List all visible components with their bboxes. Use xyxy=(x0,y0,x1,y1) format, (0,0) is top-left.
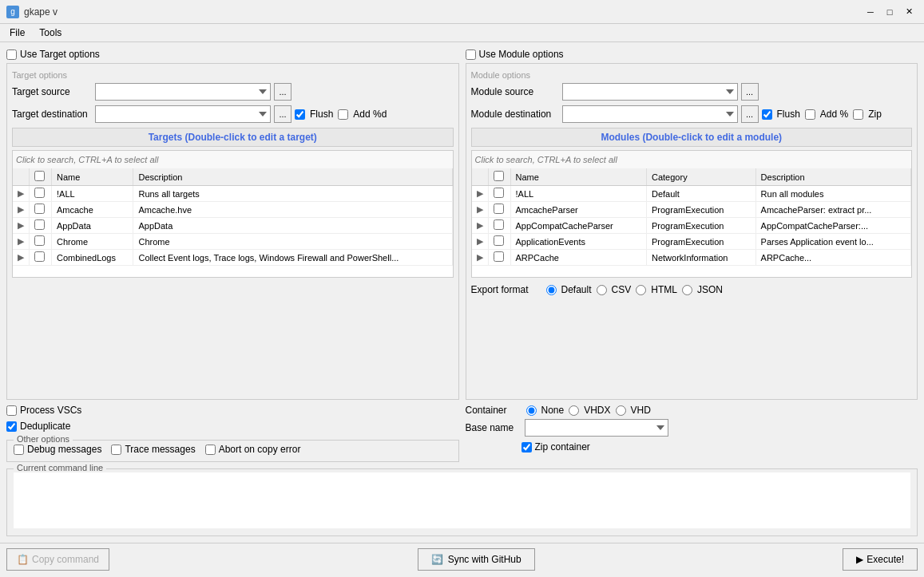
row-check[interactable] xyxy=(488,234,510,250)
deduplicate-checkbox[interactable] xyxy=(6,421,17,432)
row-category: Default xyxy=(647,186,756,202)
container-vhd-radio[interactable] xyxy=(616,405,626,416)
row-check[interactable] xyxy=(30,186,52,202)
col-desc-header: Description xyxy=(133,168,452,186)
table-row[interactable]: ▶ ApplicationEvents ProgramExecution Par… xyxy=(472,234,911,250)
module-addpct-label[interactable]: Add % xyxy=(820,109,848,120)
zip-container-label[interactable]: Zip container xyxy=(535,441,590,453)
module-zip-label[interactable]: Zip xyxy=(868,109,882,120)
row-check[interactable] xyxy=(488,218,510,234)
table-row[interactable]: ▶ AmcacheParser ProgramExecution Amcache… xyxy=(472,202,911,218)
module-destination-input[interactable] xyxy=(562,105,738,123)
debug-messages-checkbox[interactable] xyxy=(14,445,24,455)
module-source-browse[interactable]: ... xyxy=(741,83,759,101)
use-target-checkbox[interactable] xyxy=(6,49,17,60)
row-check[interactable] xyxy=(488,250,510,266)
container-vhdx-label[interactable]: VHDX xyxy=(584,405,610,416)
abort-copy-error-label[interactable]: Abort on copy error xyxy=(219,444,301,455)
table-row[interactable]: ▶ !ALL Default Run all modules xyxy=(472,186,911,202)
export-csv-label[interactable]: CSV xyxy=(612,284,632,295)
use-module-checkbox[interactable] xyxy=(466,49,476,60)
row-expand[interactable]: ▶ xyxy=(472,218,489,234)
table-row[interactable]: ▶ Amcache Amcache.hve xyxy=(13,202,452,218)
maximize-button[interactable]: □ xyxy=(881,4,898,20)
target-flush-checkbox[interactable] xyxy=(295,109,305,120)
deduplicate-label[interactable]: Deduplicate xyxy=(20,421,70,432)
row-expand[interactable]: ▶ xyxy=(13,218,30,234)
row-expand[interactable]: ▶ xyxy=(472,250,489,266)
module-zip-checkbox[interactable] xyxy=(853,109,863,120)
row-check[interactable] xyxy=(30,218,52,234)
table-row[interactable]: ▶ Chrome Chrome xyxy=(13,234,452,250)
title-bar: g gkape v ─ □ ✕ xyxy=(0,0,924,24)
target-addpctd-label[interactable]: Add %d xyxy=(353,109,387,120)
target-source-browse[interactable]: ... xyxy=(274,83,291,101)
target-search-input[interactable] xyxy=(13,151,453,168)
table-row[interactable]: ▶ CombinedLogs Collect Event logs, Trace… xyxy=(13,250,452,266)
row-expand[interactable]: ▶ xyxy=(472,186,489,202)
row-expand[interactable]: ▶ xyxy=(13,250,30,266)
sync-icon: 🔄 xyxy=(431,554,443,565)
use-module-label[interactable]: Use Module options xyxy=(479,49,564,60)
zip-container-checkbox[interactable] xyxy=(521,442,532,453)
copy-command-button[interactable]: 📋 Copy command xyxy=(6,548,109,571)
module-destination-label: Module destination xyxy=(471,109,559,120)
target-source-row: Target source ... xyxy=(12,83,454,101)
sync-github-button[interactable]: 🔄 Sync with GitHub xyxy=(418,548,535,571)
row-expand[interactable]: ▶ xyxy=(472,234,489,250)
close-button[interactable]: ✕ xyxy=(900,4,918,20)
process-vscs-checkbox[interactable] xyxy=(6,405,17,416)
module-addpct-checkbox[interactable] xyxy=(805,109,815,120)
debug-messages-label[interactable]: Debug messages xyxy=(27,444,101,455)
export-html-radio[interactable] xyxy=(636,285,646,295)
container-vhd-label[interactable]: VHD xyxy=(631,405,651,416)
base-name-input[interactable] xyxy=(525,419,668,437)
target-panel: Use Target options Target options Target… xyxy=(6,49,459,400)
row-category: NetworkInformation xyxy=(647,250,756,266)
table-row[interactable]: ▶ AppData AppData xyxy=(13,218,452,234)
export-default-label[interactable]: Default xyxy=(561,284,592,295)
target-source-input[interactable] xyxy=(95,83,271,101)
target-flush-label[interactable]: Flush xyxy=(310,109,333,120)
row-expand[interactable]: ▶ xyxy=(13,186,30,202)
row-check[interactable] xyxy=(30,250,52,266)
container-none-label[interactable]: None xyxy=(541,405,565,416)
abort-copy-error-checkbox[interactable] xyxy=(205,445,216,455)
target-destination-browse[interactable]: ... xyxy=(274,105,291,123)
trace-messages-label[interactable]: Trace messages xyxy=(125,444,195,455)
target-addpctd-checkbox[interactable] xyxy=(338,109,348,120)
export-json-label[interactable]: JSON xyxy=(697,284,723,295)
container-none-radio[interactable] xyxy=(526,405,537,416)
container-vhdx-radio[interactable] xyxy=(569,405,579,416)
use-target-label[interactable]: Use Target options xyxy=(20,49,100,60)
module-destination-browse[interactable]: ... xyxy=(741,105,759,123)
trace-messages-checkbox[interactable] xyxy=(111,445,121,455)
table-row[interactable]: ▶ AppCompatCacheParser ProgramExecution … xyxy=(472,218,911,234)
module-select-all[interactable] xyxy=(494,171,504,181)
module-flush-checkbox[interactable] xyxy=(762,109,772,120)
table-row[interactable]: ▶ !ALL Runs all targets xyxy=(13,186,452,202)
row-check[interactable] xyxy=(30,202,52,218)
menu-tools[interactable]: Tools xyxy=(33,26,68,40)
process-vscs-label[interactable]: Process VSCs xyxy=(20,405,81,416)
module-flush-label[interactable]: Flush xyxy=(777,109,800,120)
row-check[interactable] xyxy=(488,186,510,202)
module-search-input[interactable] xyxy=(472,151,912,168)
target-destination-input[interactable] xyxy=(95,105,271,123)
row-check[interactable] xyxy=(488,202,510,218)
command-line-textarea[interactable] xyxy=(14,472,910,528)
menu-file[interactable]: File xyxy=(3,26,31,40)
export-json-radio[interactable] xyxy=(682,285,692,295)
minimize-button[interactable]: ─ xyxy=(862,4,879,20)
export-default-radio[interactable] xyxy=(546,285,557,295)
row-expand[interactable]: ▶ xyxy=(13,202,30,218)
target-select-all[interactable] xyxy=(34,171,45,181)
module-source-input[interactable] xyxy=(562,83,738,101)
export-html-label[interactable]: HTML xyxy=(651,284,677,295)
table-row[interactable]: ▶ ARPCache NetworkInformation ARPCache..… xyxy=(472,250,911,266)
row-check[interactable] xyxy=(30,234,52,250)
row-expand[interactable]: ▶ xyxy=(472,202,489,218)
export-csv-radio[interactable] xyxy=(597,285,607,295)
row-expand[interactable]: ▶ xyxy=(13,234,30,250)
execute-button[interactable]: ▶ Execute! xyxy=(843,548,918,571)
